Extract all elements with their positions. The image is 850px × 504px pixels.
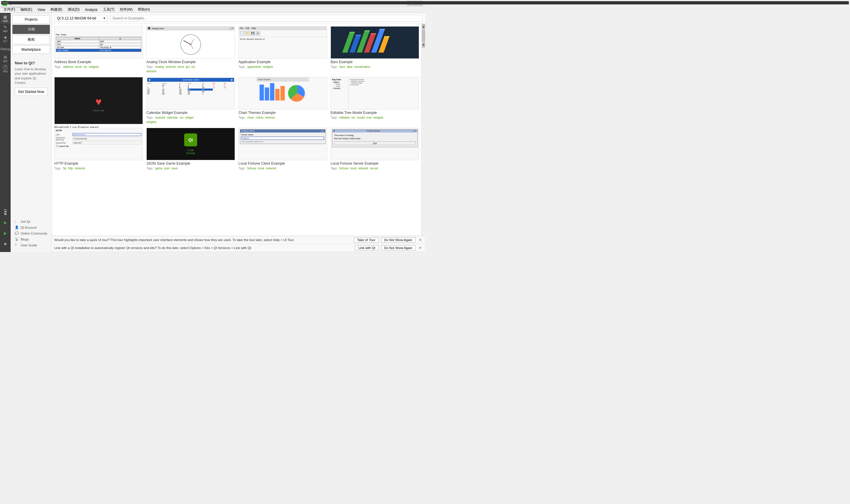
example-title: Editable Tree Model Example: [330, 111, 419, 115]
svg-rect-10: [379, 29, 385, 30]
ith-label: iTH: [3, 208, 7, 217]
user-guide-label: User Guide: [21, 244, 37, 247]
link-with-qt-button[interactable]: Link with Qt: [355, 245, 378, 251]
thumb-address-book: FileTools Name▲ ABCDEF GHIJKI Qt UserThe…: [54, 26, 143, 59]
toolbar-design[interactable]: ◈ 设计: [1, 34, 10, 44]
blogs-label: Blogs: [21, 237, 29, 241]
version-select-wrapper: Qt 5.12.12 MinGW 64-bit Qt 5.15.2 MinGW …: [54, 15, 107, 22]
example-json-save-game[interactable]: Qt CodeSample JSON Save Game Example Tag…: [146, 128, 235, 170]
grid-container: FileTools Name▲ ABCDEF GHIJKI Qt UserThe…: [52, 24, 425, 236]
thumb-http: HTTP URL: http://www.qt.io Download dire…: [54, 128, 143, 160]
example-calendar[interactable]: ◀november 2016▶ bon.man.tir. ons.tor.fre…: [146, 77, 235, 124]
example-tags: Tags: address book ios widgets: [54, 65, 143, 69]
get-qt-label: Get Qt: [21, 220, 30, 223]
example-title: Calendar Widget Example: [146, 111, 235, 115]
toolbar-help[interactable]: ? 帮助: [1, 64, 10, 74]
example-title: Local Fortune Client Example: [238, 161, 327, 165]
blogs-icon: 📡: [15, 237, 19, 241]
thumb-editable-tree: Key Area Option: – Row – Row Column Usin…: [330, 77, 419, 109]
example-tags: Tags: chart charts themes: [238, 115, 327, 120]
close-ui-tour[interactable]: ✕: [418, 237, 423, 242]
example-tags: Tags: bars data visualization: [330, 65, 419, 69]
example-tags: Tags: fortune local network: [238, 166, 327, 170]
community-link[interactable]: 💬 Online Community: [15, 231, 48, 235]
example-ble-heart[interactable]: Ready... Bit time to increase... ♥ Good …: [54, 77, 143, 124]
example-title: Chart Themes Example: [238, 111, 327, 115]
community-label: Online Community: [21, 232, 47, 235]
example-title: HTTP Example: [54, 161, 143, 165]
notification-ui-tour: Would you like to take a quick UI tour? …: [52, 236, 425, 244]
svg-rect-18: [281, 86, 285, 100]
nav-examples[interactable]: 示例: [13, 25, 50, 34]
example-editable-tree[interactable]: Key Area Option: – Row – Row Column Usin…: [330, 77, 419, 124]
svg-text:Chart Themes: Chart Themes: [258, 78, 271, 80]
toolbar-run[interactable]: ▶: [1, 218, 10, 227]
user-guide-link[interactable]: ? User Guide: [15, 243, 48, 247]
nav-projects[interactable]: Projects: [13, 15, 50, 24]
do-not-show-link-qt-button[interactable]: Do Not Show Again: [381, 245, 416, 251]
icon-toolbar: ⊞ 欢迎 ✎ 编辑 ◈ 设计 Debug ⚙ 项目 ? 帮助 iTH ▶: [0, 13, 11, 252]
content-scrollbar[interactable]: ▲ ▼: [421, 24, 425, 236]
thumb-fortune-client: Fortune Client_□✕ Server name: fortune T…: [238, 128, 327, 160]
ui-tour-text: Would you like to take a quick UI tour? …: [54, 238, 351, 242]
content-area: Qt 5.12.12 MinGW 64-bit Qt 5.15.2 MinGW …: [52, 13, 425, 252]
example-title: Analog Clock Window Example: [146, 60, 235, 64]
thumb-json: Qt CodeSample: [146, 128, 235, 160]
new-to-qt-title: New to Qt?: [15, 61, 48, 65]
community-icon: 💬: [15, 231, 19, 235]
example-chart-themes[interactable]: Chart Themes: [238, 77, 327, 124]
qt-version-select[interactable]: Qt 5.12.12 MinGW 64-bit Qt 5.15.2 MinGW …: [54, 15, 107, 22]
account-link[interactable]: 👤 Qt Account: [15, 226, 48, 230]
thumb-bars: [330, 26, 419, 59]
example-analog-clock[interactable]: ⬛Analog Clock_□✕: [146, 26, 235, 73]
examples-search-input[interactable]: [110, 15, 423, 22]
example-local-fortune-server[interactable]: ■Fortune Server_□✕ The server is running…: [330, 128, 419, 170]
examples-grid: FileTools Name▲ ABCDEF GHIJKI Qt UserThe…: [52, 24, 421, 236]
thumb-fortune-server: ■Fortune Server_□✕ The server is running…: [330, 128, 419, 160]
thumb-calendar: ◀november 2016▶ bon.man.tir. ons.tor.fre…: [146, 77, 235, 109]
svg-rect-9: [370, 33, 376, 35]
link-qt-text: Link with a Qt installation to automatic…: [54, 246, 353, 250]
new-to-qt-description: Learn how to develop your own applicatio…: [15, 67, 48, 85]
svg-rect-17: [275, 89, 279, 100]
toolbar-stop[interactable]: ■: [1, 239, 10, 249]
notification-area: Would you like to take a quick UI tour? …: [52, 236, 425, 252]
nav-panel: Projects 示例 教程 Marketplace New to Qt? Le…: [11, 13, 52, 252]
thumb-ble-heart: Ready... Bit time to increase... ♥ Good …: [54, 77, 143, 124]
svg-rect-11: [384, 36, 390, 37]
svg-rect-7: [356, 35, 361, 36]
example-http[interactable]: HTTP URL: http://www.qt.io Download dire…: [54, 128, 143, 170]
new-to-qt-section: New to Qt? Learn how to develop your own…: [13, 58, 50, 98]
example-title: Local Fortune Server Example: [330, 161, 419, 165]
example-application[interactable]: FileEditHelp 📄 📁 💾 ✂ All the standard fe…: [238, 26, 327, 73]
toolbar-edit[interactable]: ✎ 编辑: [1, 24, 10, 34]
svg-rect-8: [364, 30, 370, 32]
toolbar-welcome[interactable]: ⊞ 欢迎: [1, 14, 10, 24]
example-tags: Tags: fortune local network server: [330, 166, 419, 170]
toolbar-projects[interactable]: ⚙ 项目: [1, 54, 10, 64]
close-link-qt[interactable]: ✕: [418, 246, 423, 250]
svg-rect-16: [270, 83, 274, 101]
example-address-book[interactable]: FileTools Name▲ ABCDEF GHIJKI Qt UserThe…: [54, 26, 143, 73]
take-ui-tour-button[interactable]: Take UI Tour: [354, 237, 379, 242]
download-icon: ↓: [15, 219, 19, 224]
example-title: JSON Save Game Example: [146, 161, 235, 165]
toolbar-build-run[interactable]: ▶: [1, 228, 10, 238]
toolbar-debug[interactable]: Debug: [1, 44, 10, 54]
get-qt-link[interactable]: ↓ Get Qt: [15, 219, 48, 224]
example-local-fortune-client[interactable]: Fortune Client_□✕ Server name: fortune T…: [238, 128, 327, 170]
nav-marketplace[interactable]: Marketplace: [13, 46, 50, 54]
do-not-show-ui-tour-button[interactable]: Do Not Show Again: [381, 237, 416, 242]
blogs-link[interactable]: 📡 Blogs: [15, 237, 48, 241]
example-tags: Tags: android calendar ios widget widget…: [146, 115, 235, 124]
svg-rect-14: [259, 85, 264, 101]
get-started-button[interactable]: Get Started Now: [15, 88, 48, 96]
example-tags: Tags: ftp http network: [54, 166, 143, 170]
notification-link-qt: Link with a Qt installation to automatic…: [52, 244, 425, 252]
example-tags: Tags: editable ios model tree widgets: [330, 115, 419, 120]
example-bars[interactable]: Bars Example Tags: bars data visualizati…: [330, 26, 419, 73]
thumb-analog-clock: ⬛Analog Clock_□✕: [146, 26, 235, 59]
main-container: ⊞ 欢迎 ✎ 编辑 ◈ 设计 Debug ⚙ 项目 ? 帮助 iTH ▶: [0, 13, 425, 252]
nav-tutorials[interactable]: 教程: [13, 35, 50, 44]
example-tags: Tags: analog android clock gui ios windo…: [146, 65, 235, 73]
